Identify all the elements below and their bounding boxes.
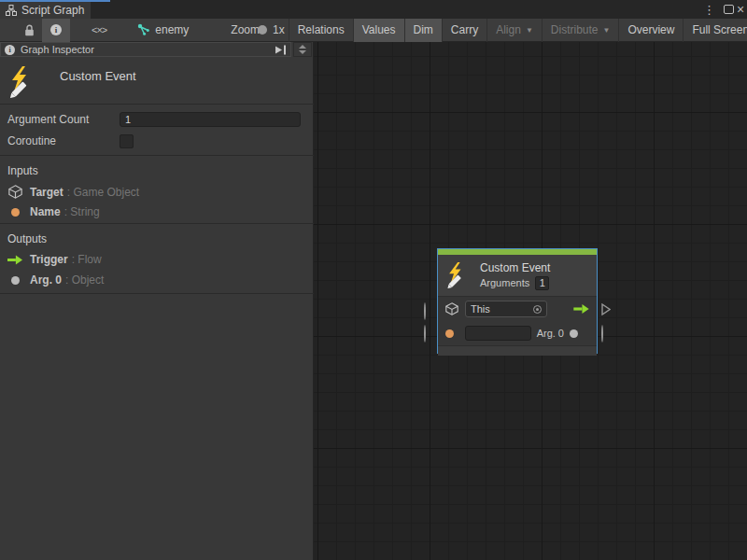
unit-title-block: Custom Event — [0, 57, 314, 105]
breadcrumb[interactable]: enemy — [130, 23, 196, 36]
graph-inspector-header[interactable]: i Graph Inspector — [0, 42, 291, 57]
window-menu-icon[interactable]: ⋮ — [703, 0, 715, 19]
target-dropdown[interactable]: This — [465, 301, 547, 317]
full-screen-button[interactable]: Full Screen — [684, 19, 747, 42]
graph-hierarchy-icon — [6, 5, 17, 16]
flow-triangle-icon — [601, 303, 611, 315]
inputs-section: Inputs Target : Game Object Name : Strin… — [0, 157, 314, 224]
graph-name: enemy — [155, 23, 189, 36]
chevron-down-icon: ▼ — [603, 26, 611, 35]
name-value-input[interactable] — [465, 326, 531, 341]
node-footer — [438, 345, 597, 356]
node-title: Custom Event — [480, 261, 550, 274]
graph-asset-icon — [137, 23, 150, 36]
zoom-slider-handle[interactable] — [258, 25, 267, 35]
node-ports: This Arg. 0 — [438, 296, 597, 345]
output-type: : Object — [65, 273, 104, 287]
output-name: Arg. 0 — [30, 273, 62, 287]
output-type: : Flow — [72, 253, 102, 266]
coroutine-checkbox[interactable] — [120, 134, 134, 148]
info-icon: i — [50, 24, 62, 35]
arg0-port-row: Arg. 0 — [438, 321, 597, 345]
custom-event-icon — [445, 262, 472, 288]
csharp-preview-button[interactable]: <×> — [83, 19, 115, 42]
outer-flow-port[interactable] — [601, 302, 611, 319]
custom-event-icon — [8, 66, 38, 98]
input-name: Name — [30, 205, 61, 218]
carry-button[interactable]: Carry — [443, 19, 486, 42]
target-port-row: This — [438, 297, 597, 321]
distribute-button[interactable]: Distribute▼ — [543, 19, 619, 42]
outer-output-port[interactable] — [601, 326, 603, 343]
align-button[interactable]: Align▼ — [487, 19, 542, 42]
tab-script-graph[interactable]: Script Graph — [0, 2, 91, 19]
trigger-output-port[interactable] — [573, 304, 589, 314]
string-port-icon — [11, 208, 20, 217]
arg0-label: Arg. 0 — [537, 328, 564, 339]
game-object-cube-icon — [445, 302, 458, 315]
lock-icon — [24, 24, 35, 36]
input-type: : Game Object — [67, 186, 139, 199]
unit-fields: Argument Count 1 Coroutine — [0, 105, 314, 156]
arrow-down-icon[interactable] — [299, 50, 306, 54]
outputs-section: Outputs Trigger : Flow Arg. 0 : Object — [0, 225, 314, 294]
dim-button[interactable]: Dim — [405, 19, 442, 42]
dock-panel-icon[interactable] — [275, 45, 287, 55]
chevron-down-icon: ▼ — [526, 26, 533, 35]
values-button[interactable]: Values — [354, 19, 404, 42]
arguments-count-input[interactable]: 1 — [535, 276, 549, 290]
zoom-label: Zoom — [222, 19, 261, 42]
argument-count-input[interactable]: 1 — [120, 112, 301, 127]
relations-button[interactable]: Relations — [289, 19, 353, 42]
graph-canvas[interactable]: Custom Event Arguments 1 This — [314, 42, 747, 560]
tab-label: Script Graph — [21, 4, 84, 17]
arrow-up-icon[interactable] — [299, 45, 306, 49]
overview-button[interactable]: Overview — [619, 19, 683, 42]
outer-input-port[interactable] — [424, 303, 426, 320]
object-port-icon — [11, 276, 20, 285]
info-icon: i — [5, 45, 15, 55]
argument-count-label: Argument Count — [7, 113, 120, 126]
flow-arrow-icon — [7, 255, 22, 265]
code-icon: <×> — [92, 24, 106, 35]
coroutine-label: Coroutine — [7, 134, 120, 147]
name-input-port[interactable] — [445, 329, 454, 338]
node-header[interactable]: Custom Event Arguments 1 — [438, 255, 597, 296]
panel-scroll-spinner[interactable] — [293, 42, 312, 57]
zoom-level: 1x — [269, 19, 289, 42]
toolbar-right-group: Relations Values Dim Carry Align▼ Distri… — [289, 19, 747, 42]
maximize-icon[interactable] — [724, 0, 734, 19]
game-object-cube-icon — [8, 185, 22, 199]
graph-inspector-panel: i Graph Inspector Custom Event A — [0, 42, 314, 560]
inputs-header: Inputs — [7, 164, 38, 177]
unit-title: Custom Event — [60, 69, 136, 83]
object-picker-icon[interactable] — [533, 305, 542, 314]
outputs-header: Outputs — [7, 232, 47, 245]
arg0-output-port[interactable] — [570, 329, 578, 338]
tab-bar: Script Graph ⋮ × — [0, 0, 747, 19]
script-graph-window: Script Graph ⋮ × i <×> enemy — [0, 0, 747, 560]
custom-event-node[interactable]: Custom Event Arguments 1 This — [437, 248, 598, 354]
inspector-toggle-button[interactable]: i — [42, 19, 70, 42]
input-type: : String — [64, 205, 100, 218]
panel-title: Graph Inspector — [21, 44, 94, 55]
close-icon[interactable]: × — [734, 0, 747, 19]
graph-toolbar: i <×> enemy Zoom 1x Relations Values D — [0, 19, 747, 42]
input-name: Target — [30, 186, 63, 199]
output-name: Trigger — [30, 253, 68, 266]
lock-button[interactable] — [0, 19, 42, 42]
arguments-label: Arguments — [480, 277, 529, 288]
outer-input-port[interactable] — [424, 326, 426, 343]
